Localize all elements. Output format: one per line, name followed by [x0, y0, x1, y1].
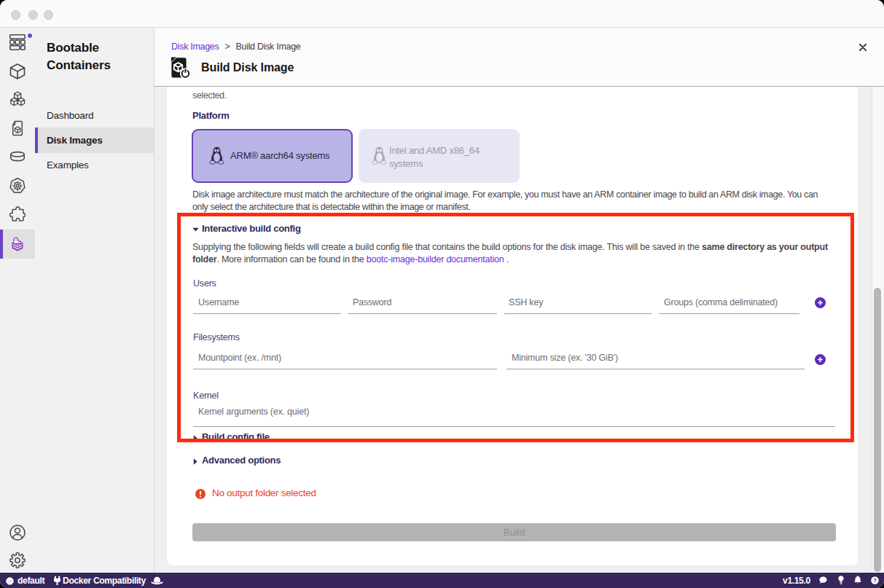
svg-text:?: ?: [873, 577, 877, 584]
